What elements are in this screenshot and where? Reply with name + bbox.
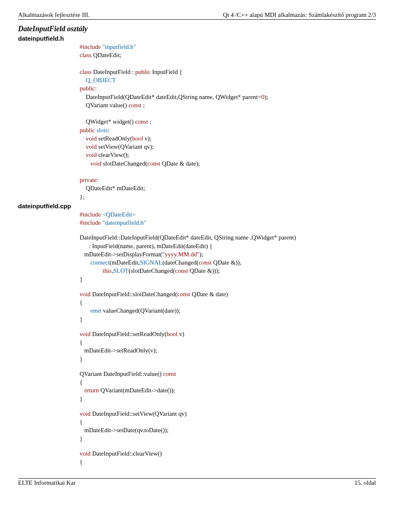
footer-left: ELTE Informatikai Kar [18, 479, 76, 486]
code-block-cpp-includes: #include <QDateEdit> #include "dateinput… [80, 210, 376, 227]
code-text: valueChanged(QVariant(date)); [101, 307, 181, 314]
code-text: } [80, 435, 82, 442]
const-keyword: const [199, 259, 212, 266]
include-line: #include [80, 211, 101, 218]
return-keyword: return [84, 387, 99, 394]
code-text: v) [178, 331, 184, 337]
const-keyword: const [135, 118, 148, 125]
const-keyword: const [175, 267, 188, 274]
code-text: slotDateChanged( [101, 160, 147, 167]
code-text: QDate & date); [160, 160, 200, 167]
code-text: clearView(); [97, 152, 129, 158]
code-text: }; [80, 193, 84, 200]
code-text: mDateEdit->setReadOnly(v); [80, 347, 157, 354]
code-text: ); [199, 251, 203, 258]
code-text: { [80, 419, 82, 425]
code-text: QDate & date) [190, 291, 228, 297]
page-footer: ELTE Informatikai Kar 15. oldal [18, 479, 376, 486]
code-text: (mDateEdit, [110, 259, 140, 266]
slots-keyword: slots [96, 127, 108, 134]
include-line: #include [80, 219, 101, 226]
this-keyword: this [103, 267, 112, 274]
code-text: ; [142, 102, 145, 108]
bool-keyword: bool [167, 331, 178, 337]
code-text: } [80, 396, 82, 402]
const-keyword: const [177, 291, 190, 297]
include-target: <QDateEdit> [101, 211, 136, 218]
bool-keyword: bool [132, 135, 143, 142]
public-keyword: public [135, 69, 151, 75]
code-text: { [80, 458, 82, 465]
code-block-h: #include "inputfield.h" class QDateEdit;… [80, 43, 376, 201]
include-target: "inputfield.h" [102, 44, 136, 50]
code-text: (dateChanged( [163, 259, 199, 266]
filename-cpp: dateinputfield.cpp [18, 203, 376, 210]
code-text: QVariant(mDateEdit->date()); [99, 387, 175, 394]
code-text: QDateEdit; [92, 52, 121, 58]
class-keyword: class [80, 69, 92, 75]
code-text: QDate &))); [188, 267, 220, 274]
void-keyword: void [86, 152, 97, 158]
code-text: QDateEdit* mDateEdit; [80, 185, 145, 191]
code-text: QWidget* widget() [80, 118, 135, 125]
slot-keyword: SLOT [113, 267, 129, 274]
code-text: DateInputField::clearView() [91, 450, 162, 457]
code-block-cpp-fn2: void DateInputField::setReadOnly(bool v)… [80, 330, 376, 363]
code-text: DateInputField::slotDateChanged( [91, 291, 177, 297]
string-literal: "yyyy.MM.dd" [162, 251, 199, 258]
void-keyword: void [86, 135, 97, 142]
code-text: { [80, 379, 82, 385]
const-keyword: const [147, 160, 160, 167]
code-text: ; [148, 118, 151, 125]
code-text: QVariant DateInputField::value() [80, 371, 163, 377]
page-header: Alkalmazások fejlesztése III. Qt 4 /C++ … [18, 12, 376, 18]
code-text: setReadOnly( [97, 135, 132, 142]
page: Alkalmazások fejlesztése III. Qt 4 /C++ … [0, 0, 394, 495]
code-text: mDateEdit->setDisplayFormat( [80, 251, 162, 258]
section-title: DateInputField osztály [18, 25, 376, 33]
void-keyword: void [80, 410, 91, 417]
code-text: setView(QVariant qv); [97, 143, 154, 150]
code-block-cpp-ctor: DateInputField::DateInputField(QDateEdit… [80, 233, 376, 283]
code-text: } [80, 356, 82, 362]
code-text: QVariant value() [80, 102, 128, 108]
code-text: InputField { [151, 69, 182, 75]
code-block-cpp-fn4: void DateInputField::setView(QVariant qv… [80, 410, 376, 443]
code-text: : [108, 127, 110, 134]
code-text: (slotDateChanged( [128, 267, 175, 274]
filename-h: dateinputfield.h [18, 35, 376, 42]
code-block-cpp-fn3: QVariant DateInputField::value() const {… [80, 370, 376, 403]
void-keyword: void [90, 160, 101, 167]
const-keyword: const [163, 371, 176, 377]
include-target: "dateinputfield.h" [101, 219, 147, 226]
code-text: } [80, 276, 82, 283]
code-text: } [80, 316, 82, 322]
class-keyword: class [80, 52, 92, 58]
code-text: DateInputField::setReadOnly( [91, 331, 167, 337]
code-text: { [80, 299, 82, 306]
footer-rule [18, 478, 376, 479]
code-block-cpp-fn1: void DateInputField::slotDateChanged(con… [80, 290, 376, 323]
emit-keyword: emit [90, 307, 101, 314]
header-left: Alkalmazások fejlesztése III. [18, 12, 90, 18]
code-text: : InputField(name, parent), mDateEdit(da… [80, 243, 213, 249]
const-keyword: const [128, 102, 142, 108]
code-text: DateInputField::DateInputField(QDateEdit… [80, 234, 296, 241]
code-text: v); [143, 135, 151, 142]
qobject-macro: Q_OBJECT [86, 77, 116, 83]
code-text: DateInputField(QDateEdit* dateEdit,QStri… [80, 94, 261, 100]
code-text: DateInputField::setView(QVariant qv) [91, 410, 187, 417]
void-keyword: void [86, 143, 97, 150]
code-text: mDateEdit->setDate(qv.toDate()); [80, 427, 169, 433]
connect-keyword: connect [90, 259, 110, 266]
public-keyword: public: [80, 85, 97, 92]
header-rule [18, 19, 376, 20]
private-keyword: private: [80, 177, 98, 183]
void-keyword: void [80, 291, 91, 297]
code-text: ); [264, 94, 268, 100]
void-keyword: void [80, 450, 91, 457]
include-line: #include [80, 44, 101, 50]
code-text: QDate &)), [212, 259, 241, 266]
footer-right: 15. oldal [355, 479, 376, 486]
code-block-cpp-fn5: void DateInputField::clearView() { [80, 449, 376, 466]
